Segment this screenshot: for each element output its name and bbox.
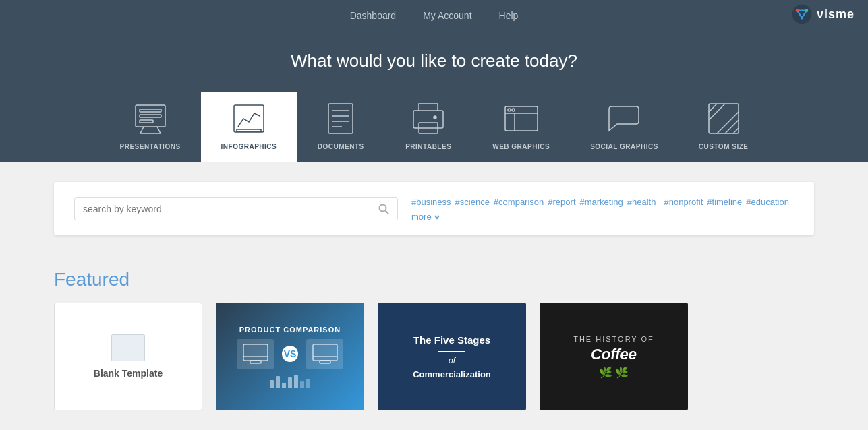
top-nav: Dashboard My Account Help visme bbox=[0, 0, 868, 30]
featured-cards: Blank Template PRODUCT COMPARISON VS bbox=[54, 303, 814, 410]
svg-point-21 bbox=[434, 116, 436, 119]
comparison-title: PRODUCT COMPARISON bbox=[239, 326, 341, 334]
five-stages-title: The Five Stages bbox=[413, 334, 490, 347]
printables-label: PRINTABLES bbox=[405, 143, 451, 150]
tag-marketing[interactable]: #marketing bbox=[580, 197, 623, 207]
comparison-vs-area: VS bbox=[237, 339, 343, 369]
svg-rect-35 bbox=[243, 344, 268, 361]
search-box: #business #science #comparison #report #… bbox=[54, 182, 814, 235]
bar-7 bbox=[306, 379, 310, 388]
leaf-right: 🌿 bbox=[615, 366, 629, 379]
svg-point-2 bbox=[796, 9, 799, 11]
tab-custom-size[interactable]: CUSTOM SIZE bbox=[678, 92, 769, 162]
coffee-leaves: 🌿 🌿 bbox=[599, 366, 629, 379]
printables-icon bbox=[408, 98, 449, 139]
svg-point-33 bbox=[380, 204, 386, 211]
tag-comparison[interactable]: #comparison bbox=[494, 197, 544, 207]
svg-line-7 bbox=[157, 127, 161, 133]
logo-area: visme bbox=[791, 3, 855, 25]
five-stages-commercialization: Commercialization bbox=[413, 369, 491, 379]
svg-rect-10 bbox=[140, 115, 161, 117]
tab-social-graphics[interactable]: SOCIAL GRAPHICS bbox=[570, 92, 678, 162]
card-five-stages[interactable]: The Five Stages of Commercialization bbox=[378, 303, 526, 410]
svg-line-6 bbox=[140, 127, 144, 133]
comparison-vs-label: VS bbox=[282, 346, 298, 362]
svg-rect-19 bbox=[413, 111, 443, 128]
tags-area: #business #science #comparison #report #… bbox=[411, 195, 794, 222]
search-icon bbox=[378, 204, 389, 214]
infographics-icon bbox=[229, 98, 269, 139]
tag-science[interactable]: #science bbox=[455, 197, 490, 207]
help-link[interactable]: Help bbox=[499, 10, 519, 21]
tag-education[interactable]: #education bbox=[746, 197, 789, 207]
documents-label: DOCUMENTS bbox=[318, 143, 364, 150]
blank-template-icon bbox=[111, 334, 145, 361]
svg-line-29 bbox=[709, 104, 725, 120]
tag-nonprofit[interactable]: #nonprofit bbox=[664, 197, 703, 207]
nav-links: Dashboard My Account Help bbox=[13, 10, 855, 21]
comparison-bars bbox=[270, 375, 310, 388]
bar-2 bbox=[276, 376, 280, 388]
visme-logo-icon bbox=[791, 3, 813, 25]
tag-health[interactable]: #health bbox=[627, 197, 656, 207]
bar-3 bbox=[282, 383, 286, 388]
search-input[interactable] bbox=[83, 204, 373, 214]
bar-5 bbox=[294, 375, 298, 388]
leaf-left: 🌿 bbox=[599, 366, 612, 379]
custom-size-label: CUSTOM SIZE bbox=[699, 143, 749, 150]
featured-title: Featured bbox=[54, 269, 814, 290]
svg-rect-12 bbox=[234, 105, 264, 132]
svg-line-28 bbox=[709, 104, 717, 112]
tab-presentations[interactable]: PRESENTATIONS bbox=[100, 92, 201, 162]
web-graphics-label: WEB GRAPHICS bbox=[492, 143, 550, 150]
card-product-comparison[interactable]: PRODUCT COMPARISON VS bbox=[216, 303, 364, 410]
svg-rect-14 bbox=[328, 104, 353, 133]
svg-rect-40 bbox=[320, 361, 330, 363]
bar-6 bbox=[300, 381, 304, 388]
svg-rect-13 bbox=[237, 129, 261, 131]
svg-point-26 bbox=[512, 109, 515, 111]
svg-rect-27 bbox=[709, 104, 739, 133]
featured-section: Featured Blank Template PRODUCT COMPARIS… bbox=[0, 255, 868, 424]
presentations-icon bbox=[130, 98, 171, 139]
svg-point-0 bbox=[792, 5, 811, 24]
card-coffee[interactable]: THE HISTORY OF Coffee 🌿 🌿 bbox=[540, 303, 688, 410]
comparison-device-left bbox=[237, 339, 274, 369]
infographics-label: INFOGRAPHICS bbox=[221, 143, 277, 150]
dashboard-link[interactable]: Dashboard bbox=[350, 10, 397, 21]
svg-line-32 bbox=[733, 128, 739, 133]
svg-point-4 bbox=[801, 16, 803, 19]
comparison-device-right bbox=[306, 339, 343, 369]
custom-size-icon bbox=[703, 98, 744, 139]
blank-template-label: Blank Template bbox=[94, 368, 163, 379]
svg-rect-11 bbox=[140, 120, 153, 123]
tab-printables[interactable]: PRINTABLES bbox=[384, 92, 472, 162]
coffee-title2: Coffee bbox=[591, 346, 637, 363]
category-tabs: PRESENTATIONS INFOGRAPHICS bbox=[13, 92, 855, 162]
coffee-title1: THE HISTORY OF bbox=[573, 335, 654, 343]
visme-logo-text: visme bbox=[817, 7, 855, 22]
bar-1 bbox=[270, 380, 274, 388]
tag-timeline[interactable]: #timeline bbox=[707, 197, 742, 207]
tag-business[interactable]: #business bbox=[411, 197, 451, 207]
hero-section: What would you like to create today? PRE… bbox=[0, 30, 868, 162]
svg-point-25 bbox=[508, 109, 511, 111]
svg-rect-38 bbox=[313, 344, 337, 361]
tab-infographics[interactable]: INFOGRAPHICS bbox=[201, 92, 297, 162]
tab-documents[interactable]: DOCUMENTS bbox=[297, 92, 384, 162]
svg-line-34 bbox=[386, 210, 389, 214]
search-input-wrap[interactable] bbox=[74, 197, 398, 220]
presentations-label: PRESENTATIONS bbox=[120, 143, 181, 150]
bar-4 bbox=[288, 377, 292, 388]
chevron-down-icon bbox=[434, 214, 440, 220]
hero-title: What would you like to create today? bbox=[13, 51, 855, 71]
five-stages-of: of bbox=[449, 356, 455, 365]
five-divider bbox=[438, 351, 465, 352]
my-account-link[interactable]: My Account bbox=[423, 10, 471, 21]
tab-web-graphics[interactable]: WEB GRAPHICS bbox=[472, 92, 570, 162]
more-tags-button[interactable]: more bbox=[411, 212, 440, 222]
svg-rect-9 bbox=[140, 109, 161, 112]
web-graphics-icon bbox=[501, 98, 542, 139]
tag-report[interactable]: #report bbox=[548, 197, 575, 207]
card-blank-template[interactable]: Blank Template bbox=[54, 303, 202, 410]
